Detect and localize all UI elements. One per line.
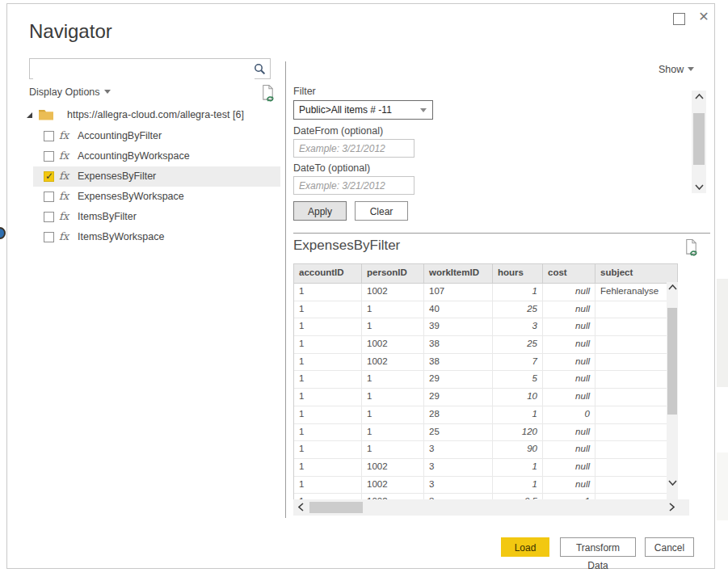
load-button[interactable]: Load <box>501 537 549 557</box>
maximize-icon[interactable] <box>673 13 685 25</box>
tree-item[interactable]: fx ExpensesByWorkspace <box>7 187 285 207</box>
table-cell: 1002 <box>362 477 424 494</box>
table-cell: null <box>543 336 595 353</box>
table-cell: 1 <box>493 459 543 476</box>
refresh-preview-icon[interactable] <box>683 238 700 257</box>
column-header-personID[interactable]: personID <box>362 264 424 283</box>
background-artifact <box>717 453 728 520</box>
scrollbar-thumb[interactable] <box>693 113 705 165</box>
tree-item[interactable]: fx AccountingByWorkspace <box>7 146 285 166</box>
table-cell: 120 <box>493 424 543 441</box>
scroll-up-icon[interactable] <box>692 94 706 99</box>
table-cell: 5 <box>493 371 543 388</box>
tree-item-checkbox[interactable] <box>44 151 54 162</box>
tree-item[interactable]: fx ItemsByWorkspace <box>7 227 285 247</box>
tree-item-checkbox[interactable] <box>44 232 54 242</box>
search-input[interactable] <box>33 60 255 79</box>
tree-item[interactable]: fx ItemsByFilter <box>7 207 285 227</box>
table-cell: null <box>543 389 595 406</box>
close-icon[interactable]: ✕ <box>696 9 712 25</box>
datefrom-input[interactable] <box>293 139 414 158</box>
table-row: 11295nulln <box>294 371 677 389</box>
column-header-accountID[interactable]: accountID <box>294 264 362 283</box>
table-cell: n <box>595 371 677 388</box>
tree-item[interactable]: fx AccountingByFilter <box>7 126 285 146</box>
table-cell: 0 <box>543 406 595 423</box>
display-options-label: Display Options <box>29 86 100 98</box>
table-cell: 1 <box>294 459 362 476</box>
function-icon: fx <box>59 149 69 162</box>
section-divider <box>293 233 710 234</box>
clear-button[interactable]: Clear <box>355 201 408 221</box>
table-horizontal-scrollbar[interactable] <box>293 499 689 516</box>
display-options-dropdown[interactable]: Display Options <box>29 86 111 98</box>
table-header-row: accountIDpersonIDworkItemIDhourscostsubj… <box>294 264 677 284</box>
scroll-left-icon[interactable] <box>298 503 304 512</box>
scroll-down-icon[interactable] <box>667 480 678 486</box>
pane-divider <box>285 61 286 518</box>
table-row: 1100231nulln <box>294 477 677 495</box>
tree-items: fx AccountingByFilter fx AccountingByWor… <box>7 126 285 247</box>
tree-item-checkbox[interactable] <box>44 212 54 222</box>
table-row: 11390nulln <box>294 441 677 459</box>
table-cell: 1 <box>294 284 362 301</box>
table-cell: n <box>595 406 677 423</box>
panel-scrollbar[interactable] <box>692 91 706 193</box>
scroll-right-icon[interactable] <box>669 503 675 512</box>
tree-root-node[interactable]: https://allegra-cloud.com/allegra-test [… <box>7 106 285 126</box>
filter-dropdown[interactable]: Public>All items # -11 <box>293 100 433 120</box>
table-row: 114025nulln <box>294 301 677 319</box>
tree-item-checkbox[interactable] <box>44 192 54 202</box>
tree-item-checkbox[interactable] <box>44 131 54 141</box>
function-icon: fx <box>59 129 69 141</box>
refresh-preview-icon[interactable] <box>259 84 276 103</box>
cancel-button[interactable]: Cancel <box>645 537 694 557</box>
table-cell: 1 <box>294 406 362 423</box>
folder-icon <box>39 109 53 120</box>
table-cell: 1 <box>362 406 424 423</box>
chevron-down-icon <box>688 67 694 71</box>
tree-item-highlight <box>33 166 280 187</box>
collapse-triangle-icon[interactable] <box>27 112 32 118</box>
scrollbar-thumb[interactable] <box>667 308 677 415</box>
table-cell: n <box>595 459 677 476</box>
column-header-hours[interactable]: hours <box>493 264 543 283</box>
table-vertical-scrollbar[interactable] <box>667 282 678 500</box>
table-cell: 1 <box>493 284 543 301</box>
table-cell: 3 <box>493 318 543 335</box>
table-row: 11002387null <box>294 354 677 372</box>
function-icon: fx <box>59 190 69 202</box>
column-header-cost[interactable]: cost <box>543 264 595 283</box>
scroll-down-icon[interactable] <box>692 184 706 190</box>
table-cell: 1 <box>362 371 424 388</box>
table-row: 1100231nulln <box>294 459 677 477</box>
tree-item[interactable]: fx ExpensesByFilter <box>7 166 285 187</box>
table-cell: 25 <box>493 301 543 318</box>
search-box <box>29 58 271 79</box>
apply-button[interactable]: Apply <box>293 201 347 221</box>
tree-item-checkbox[interactable] <box>44 171 54 182</box>
transform-data-button[interactable]: Transform Data <box>560 537 636 557</box>
column-header-workItemID[interactable]: workItemID <box>424 264 493 283</box>
table-cell: 1002 <box>362 459 424 476</box>
table-row: 11393nulln <box>294 318 677 336</box>
dateto-input[interactable] <box>293 176 414 195</box>
table-cell <box>595 336 677 353</box>
show-dropdown[interactable]: Show <box>659 64 694 75</box>
table-cell: 29 <box>424 389 493 406</box>
table-cell: null <box>543 441 595 458</box>
scrollbar-thumb[interactable] <box>309 502 363 513</box>
search-icon[interactable] <box>254 63 266 75</box>
scroll-up-icon[interactable] <box>667 284 678 290</box>
table-cell: 1002 <box>362 336 424 353</box>
table-cell: n <box>595 389 677 406</box>
table-row: 112810n <box>294 406 677 424</box>
table-cell: 1002 <box>362 284 424 301</box>
show-label: Show <box>659 64 684 75</box>
table-cell: null <box>543 371 595 388</box>
column-header-subject[interactable]: subject <box>595 264 677 283</box>
table-cell <box>595 354 677 371</box>
table-cell: n <box>595 477 677 494</box>
data-preview-table: accountIDpersonIDworkItemIDhourscostsubj… <box>293 263 689 516</box>
screen: ✕ Navigator Display Options <box>0 0 728 581</box>
